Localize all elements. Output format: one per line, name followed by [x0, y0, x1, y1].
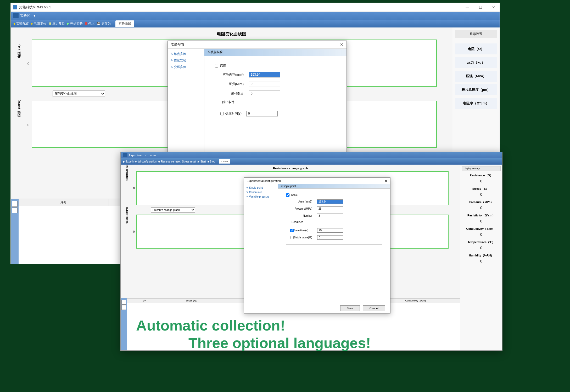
toolbar-stop-en[interactable]: ■ Stop — [208, 160, 215, 163]
side-resistivity-val-en: 0 — [462, 219, 501, 226]
maximize-button[interactable]: ☐ — [477, 5, 484, 9]
toolbar-reset-resistance[interactable]: ◆电阻复位 — [31, 21, 46, 26]
nav2-single[interactable]: ✎ Single point — [246, 186, 276, 190]
chart-select-dropdown[interactable]: 压强变化曲线图 — [53, 91, 105, 97]
side-temp-val-en: 0 — [462, 245, 501, 253]
dialog2-form: ✎Single point Enable Area (mm2) Pressure… — [278, 184, 390, 303]
side-stress-lbl-en: Stress（kg） — [462, 186, 501, 192]
side-conductivity-lbl-en: Conductivity（S/cm） — [462, 226, 501, 232]
dialog2-close-icon[interactable]: ✕ — [384, 179, 388, 183]
tab-bar: 实验区 ▼ — [11, 12, 500, 20]
area-label: 实验面积(mm²) — [215, 72, 244, 77]
toolbar-start[interactable]: ▶开始实验 — [67, 21, 83, 26]
toolbar-reset-pressure[interactable]: ⏸压力复位 — [48, 21, 65, 26]
dialog2-body: ✎ Single point ✎ Continuous ✎ Variable p… — [244, 184, 390, 303]
chart1-zero-en: 0 — [133, 187, 135, 190]
chart-title-en: Resistance change graph — [125, 167, 456, 170]
nav-variable[interactable]: ✎ 变压实验 — [170, 64, 202, 70]
deadline2-legend: Deadlines — [290, 221, 304, 223]
side-force: 压力（kg） — [455, 57, 497, 68]
app-icon — [13, 5, 17, 9]
nav-single-point[interactable]: ✎ 单点实验 — [170, 51, 202, 57]
enable2-checkbox[interactable] — [286, 193, 289, 197]
dialog-body: ✎ 单点实验 ✎ 连续实验 ✎ 变压实验 ✎单点实验 启用 实验面积(mm²) … — [168, 49, 347, 153]
number2-label: Number — [286, 214, 312, 217]
side-resistance: 电阻（Ω） — [455, 43, 497, 54]
grid-icon2-en[interactable] — [121, 305, 126, 310]
pressure2-label: Pressure(MPa) — [286, 207, 312, 210]
grid-icon-1[interactable] — [12, 201, 18, 207]
toolbar-config-en[interactable]: ◆ Experimental configuration — [123, 160, 157, 163]
side-humidity-lbl-en: Humidity（%RH） — [462, 253, 501, 259]
nav-continuous[interactable]: ✎ 连续实验 — [170, 57, 202, 64]
area2-label: Area (mm2) — [286, 200, 312, 203]
savetime2-input[interactable] — [317, 228, 343, 233]
stable2-checkbox[interactable] — [290, 236, 294, 239]
col-sn[interactable]: 序号 — [19, 199, 109, 206]
tab-icon — [13, 13, 19, 18]
stable2-input[interactable] — [317, 235, 343, 240]
toolbar-saveas[interactable]: 💾另存为 — [97, 21, 111, 26]
stable2-label: Stable value(%) — [294, 236, 317, 239]
pressure-label: 压强(MPa) — [215, 82, 244, 86]
col-stress-en[interactable]: Stress (kg) — [162, 299, 221, 303]
savetime-checkbox[interactable] — [220, 112, 224, 115]
toolbar-start-en[interactable]: ▶ Start — [198, 160, 206, 163]
savetime2-label: Save time(s) — [294, 229, 317, 232]
nav2-continuous[interactable]: ✎ Continuous — [246, 190, 276, 194]
close-button[interactable]: ✕ — [490, 5, 498, 9]
minimize-button[interactable]: — — [463, 5, 471, 9]
savetime-input[interactable] — [246, 111, 278, 116]
side-stress-val-en: 0 — [462, 192, 501, 199]
grid-sidebar — [11, 199, 19, 264]
tab-label-en[interactable]: Experimental area — [129, 154, 156, 157]
form2-subhead: ✎Single point — [278, 184, 390, 189]
dialog-form: ✎单点实验 启用 实验面积(mm²) 压强(MPa) 采样数目 截止条件 保压时… — [204, 49, 347, 153]
grid-icon1-en[interactable] — [121, 300, 126, 305]
toolbar-reset-r-en[interactable]: ◆ Resistance reset — [158, 160, 180, 163]
chart-title: 电阻变化曲线图 — [16, 31, 447, 37]
dialog-nav: ✎ 单点实验 ✎ 连续实验 ✎ 变压实验 — [168, 49, 204, 153]
display-settings-en[interactable]: Display settings — [462, 166, 501, 171]
chart-select-en[interactable]: Pressure change graph — [151, 208, 195, 212]
nav2-variable[interactable]: ✎ Variable pressure — [246, 194, 276, 199]
area-input[interactable] — [249, 72, 280, 77]
side-resistance-lbl-en: Resistance（Ω） — [462, 172, 501, 178]
enable-checkbox[interactable] — [215, 64, 218, 68]
number-label: 采样数目 — [215, 91, 244, 96]
pressure-input[interactable] — [249, 81, 280, 87]
tab-label[interactable]: 实验区 — [20, 13, 30, 18]
number2-input[interactable] — [317, 214, 343, 218]
config-dialog-en: Experimental configuration ✕ ✎ Single po… — [244, 177, 390, 313]
side-humidity-val-en: 0 — [462, 259, 501, 266]
cancel-button[interactable]: Cancel — [363, 305, 385, 311]
display-settings-button[interactable]: 显示设置 — [455, 30, 497, 38]
deadline2-fieldset: Deadlines Save time(s) Stable value(%) — [286, 221, 382, 245]
form2-body: Enable Area (mm2) Pressure(MPa) Number D… — [278, 189, 390, 247]
chart1-ylabel: 电阻（Ω） — [17, 43, 21, 58]
toolbar-active-tab-en[interactable]: Curve — [219, 159, 230, 164]
toolbar-active-tab[interactable]: 实验曲线 — [115, 20, 134, 27]
savetime2-checkbox[interactable] — [290, 229, 294, 232]
enable-label: 启用 — [220, 64, 226, 68]
toolbar-reset-s-en[interactable]: Stress reset — [182, 160, 196, 163]
side-temp-lbl-en: Temperatures（℃） — [462, 239, 501, 245]
window-controls: — ☐ ✕ — [463, 5, 498, 9]
number-input[interactable] — [249, 91, 280, 96]
grid-icon-2[interactable] — [12, 208, 18, 213]
dialog-titlebar: 实验配置 ✕ — [168, 41, 347, 49]
toolbar-en: ◆ Experimental configuration ◆ Resistanc… — [121, 158, 502, 165]
pressure2-input[interactable] — [317, 206, 343, 211]
dialog-title: 实验配置 — [171, 42, 185, 47]
tab-dropdown-icon[interactable]: ▼ — [33, 14, 36, 17]
toolbar-config[interactable]: ◆实验配置 — [13, 21, 29, 26]
savetime-label: 保压时间(s) — [225, 111, 246, 116]
area2-input[interactable] — [317, 199, 343, 204]
dialog-close-icon[interactable]: ✕ — [340, 42, 343, 47]
col-sn-en[interactable]: S/N — [127, 299, 162, 303]
toolbar-stop[interactable]: 停止 — [85, 21, 94, 26]
dialog2-buttons: Save Cancel — [244, 303, 390, 313]
save-button[interactable]: Save — [340, 305, 360, 311]
titlebar: 元能科技MRMS V2.1 — ☐ ✕ — [11, 3, 500, 12]
grid-sidebar-en — [121, 298, 127, 350]
